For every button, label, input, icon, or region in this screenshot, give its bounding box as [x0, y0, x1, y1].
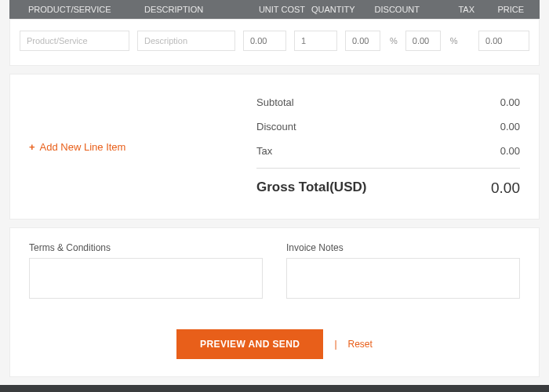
add-line-item-link[interactable]: + Add New Line Item — [29, 90, 256, 203]
reset-link[interactable]: Reset — [348, 339, 373, 350]
tax-total-label: Tax — [256, 145, 272, 157]
line-items-header: PRODUCT/SERVICE DESCRIPTION UNIT COST QU… — [9, 0, 540, 19]
subtotal-value: 0.00 — [500, 96, 520, 108]
tax-total-value: 0.00 — [500, 145, 520, 157]
page-footer: Copyright © 2006-2017 Invoicera, All rig… — [0, 385, 549, 392]
notes-card: Terms & Conditions Invoice Notes PREVIEW… — [9, 227, 540, 377]
preview-and-send-button[interactable]: PREVIEW AND SEND — [176, 329, 323, 359]
actions-divider: | — [334, 339, 336, 350]
plus-icon: + — [29, 141, 35, 153]
discount-input[interactable] — [345, 31, 380, 51]
subtotal-label: Subtotal — [256, 96, 294, 108]
tax-input[interactable] — [405, 31, 441, 51]
header-price: PRICE — [481, 5, 530, 14]
add-line-item-label: Add New Line Item — [40, 141, 126, 153]
gross-total-label: Gross Total(USD) — [256, 180, 366, 197]
discount-pct-label: % — [390, 36, 398, 45]
header-quantity: QUANTITY — [311, 5, 358, 14]
tax-pct-label: % — [450, 36, 458, 45]
price-input[interactable] — [478, 31, 529, 51]
header-tax: TAX — [426, 5, 474, 14]
totals-card: + Add New Line Item Subtotal 0.00 Discou… — [9, 74, 540, 220]
line-item-row-card: % % — [9, 19, 540, 66]
discount-total-value: 0.00 — [500, 121, 520, 132]
product-input[interactable] — [20, 31, 129, 51]
header-unit-cost: UNIT COST — [249, 5, 305, 14]
invoice-notes-label: Invoice Notes — [286, 242, 520, 253]
header-description: DESCRIPTION — [144, 5, 242, 14]
header-discount: DISCOUNT — [365, 5, 420, 14]
description-input[interactable] — [137, 31, 235, 51]
invoice-notes-textarea[interactable] — [286, 258, 520, 299]
terms-label: Terms & Conditions — [29, 242, 263, 253]
header-product: PRODUCT/SERVICE — [28, 5, 138, 14]
terms-textarea[interactable] — [29, 258, 263, 299]
quantity-input[interactable] — [294, 31, 337, 51]
gross-total-value: 0.00 — [491, 180, 520, 197]
discount-total-label: Discount — [256, 121, 296, 132]
unit-cost-input[interactable] — [243, 31, 286, 51]
